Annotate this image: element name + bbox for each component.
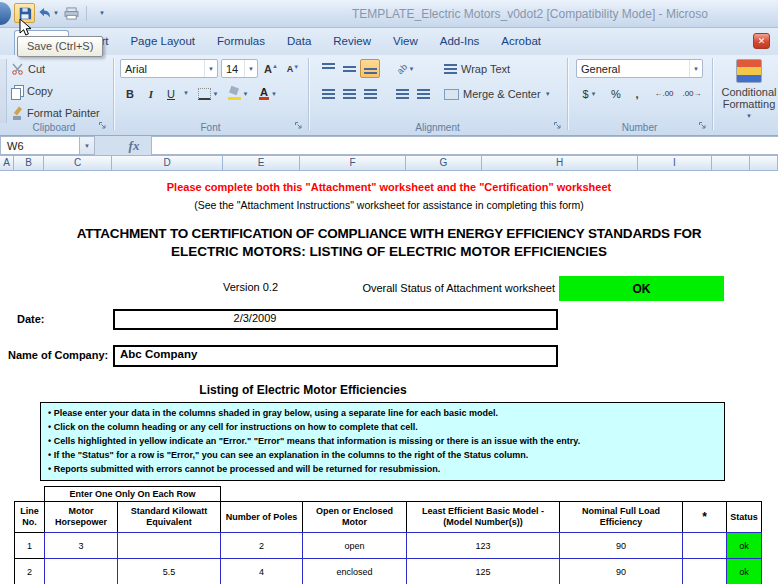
currency-format-button[interactable]: $▼ xyxy=(576,84,603,103)
company-field[interactable]: Abc Company xyxy=(113,345,558,367)
font-name-combo[interactable]: Arial ▼ xyxy=(120,59,218,78)
column-header-i[interactable]: I xyxy=(638,156,712,171)
column-header-c[interactable]: C xyxy=(44,156,112,171)
tab-acrobat[interactable]: Acrobat xyxy=(490,30,552,55)
column-header-g[interactable]: G xyxy=(406,156,482,171)
number-dialog-launcher[interactable] xyxy=(696,119,709,132)
italic-button[interactable]: I xyxy=(141,84,161,103)
header-nominal-efficiency[interactable]: Nominal Full Load Efficiency xyxy=(559,501,683,533)
column-header-f[interactable]: F xyxy=(300,156,406,171)
cell-kilowatt[interactable]: 5.5 xyxy=(117,558,221,584)
borders-button[interactable]: ▼ xyxy=(194,84,222,103)
name-box-dropdown[interactable]: ▼ xyxy=(80,136,95,155)
office-button[interactable] xyxy=(0,2,11,25)
cell-open-enclosed[interactable]: open xyxy=(302,532,407,559)
fill-color-button[interactable]: ▼ xyxy=(224,84,252,103)
cell-poles[interactable]: 4 xyxy=(220,558,303,584)
header-line-no[interactable]: Line No. xyxy=(14,501,45,533)
conditional-formatting-button[interactable]: Conditional Formatting ▼ xyxy=(716,59,778,119)
cell-model[interactable]: 123 xyxy=(406,532,560,559)
column-header-j[interactable] xyxy=(712,156,750,171)
align-right-button[interactable] xyxy=(360,84,380,103)
shrink-font-button[interactable]: A▼ xyxy=(283,59,303,78)
column-header-d[interactable]: D xyxy=(112,156,223,171)
column-header-a[interactable]: A xyxy=(0,156,14,171)
tab-formulas[interactable]: Formulas xyxy=(206,30,276,55)
undo-dropdown-icon[interactable]: ▼ xyxy=(53,10,59,16)
cell-star[interactable] xyxy=(682,558,727,584)
decrease-indent-button[interactable] xyxy=(392,84,412,103)
underline-dropdown-icon[interactable]: ▼ xyxy=(183,90,189,96)
column-header-k[interactable] xyxy=(750,156,778,171)
cell-model[interactable]: 125 xyxy=(406,558,560,584)
format-painter-button[interactable]: Format Painter xyxy=(11,103,100,123)
align-center-button[interactable] xyxy=(339,84,359,103)
tab-page-layout[interactable]: Page Layout xyxy=(119,30,206,55)
tab-review[interactable]: Review xyxy=(322,30,382,55)
wrap-text-button[interactable]: Wrap Text xyxy=(444,59,510,79)
cut-button[interactable]: Cut xyxy=(11,59,45,79)
cell-poles[interactable]: 2 xyxy=(220,532,303,559)
header-star[interactable]: * xyxy=(682,501,727,533)
mouse-cursor xyxy=(19,18,32,37)
clipboard-dialog-launcher[interactable] xyxy=(96,119,109,132)
number-format-combo[interactable]: General ▼ xyxy=(576,59,703,78)
align-left-button[interactable] xyxy=(318,84,338,103)
chevron-down-icon[interactable]: ▼ xyxy=(204,60,217,77)
font-color-button[interactable]: A▼ xyxy=(254,84,282,103)
chevron-down-icon[interactable]: ▼ xyxy=(244,60,257,77)
header-open-enclosed[interactable]: Open or Enclosed Motor xyxy=(302,501,407,533)
chevron-down-icon[interactable]: ▼ xyxy=(689,60,702,77)
column-header-e[interactable]: E xyxy=(223,156,300,171)
tab-view[interactable]: View xyxy=(382,30,429,55)
header-status[interactable]: Status xyxy=(726,501,762,533)
qat-customize-button[interactable]: ▼ xyxy=(91,3,112,23)
print-button[interactable] xyxy=(61,3,82,23)
cell-efficiency[interactable]: 90 xyxy=(559,532,683,559)
cell-star[interactable] xyxy=(682,532,727,559)
bold-button[interactable]: B xyxy=(120,84,140,103)
align-bottom-button[interactable] xyxy=(360,59,380,78)
header-number-of-poles[interactable]: Number of Poles xyxy=(220,501,303,533)
font-size-combo[interactable]: 14 ▼ xyxy=(221,59,258,78)
cell-horsepower[interactable] xyxy=(44,558,118,584)
name-box[interactable]: W6 xyxy=(0,136,80,155)
underline-button[interactable]: U xyxy=(161,84,181,103)
increase-decimal-button[interactable]: ←.00 xyxy=(651,84,677,103)
comma-format-button[interactable]: , xyxy=(627,84,647,103)
undo-icon xyxy=(37,7,52,19)
align-top-button[interactable] xyxy=(318,59,338,78)
cell-efficiency[interactable]: 90 xyxy=(559,558,683,584)
date-field[interactable]: 2/3/2009 xyxy=(113,309,558,330)
alignment-dialog-launcher[interactable] xyxy=(551,119,564,132)
title-bar: ▼ ▼ TEMPLATE_Electric Motors_v0dot2 [Com… xyxy=(0,0,778,28)
orientation-button[interactable]: ab▼ xyxy=(392,59,419,78)
cell-open-enclosed[interactable]: enclosed xyxy=(302,558,407,584)
column-header-b[interactable]: B xyxy=(14,156,44,171)
grow-font-button[interactable]: A▲ xyxy=(261,59,281,78)
cell-kilowatt[interactable] xyxy=(117,532,221,559)
merge-center-button[interactable]: Merge & Center ▼ xyxy=(444,84,551,104)
tab-add-ins[interactable]: Add-Ins xyxy=(429,30,491,55)
tab-data[interactable]: Data xyxy=(276,30,322,55)
workbook-close-button[interactable]: ✕ xyxy=(753,33,770,49)
header-motor-horsepower[interactable]: Motor Horsepower xyxy=(44,501,118,533)
header-standard-kilowatt[interactable]: Standard Kilowatt Equivalent xyxy=(117,501,221,533)
increase-indent-button[interactable] xyxy=(413,84,433,103)
copy-button[interactable]: Copy xyxy=(11,81,53,101)
percent-format-button[interactable]: % xyxy=(606,84,626,103)
paste-button-partial[interactable] xyxy=(0,59,7,123)
cell-horsepower[interactable]: 3 xyxy=(44,532,118,559)
undo-button[interactable]: ▼ xyxy=(36,3,60,23)
align-middle-button[interactable] xyxy=(339,59,359,78)
insert-function-button[interactable]: fx xyxy=(117,136,151,155)
formula-input[interactable] xyxy=(151,136,778,155)
decrease-decimal-button[interactable]: .00→ xyxy=(679,84,705,103)
span-header-cell[interactable]: Enter One Only On Each Row xyxy=(44,486,221,502)
cell-line-no[interactable]: 2 xyxy=(14,558,45,584)
header-least-efficient-model[interactable]: Least Efficient Basic Model - (Model Num… xyxy=(406,501,560,533)
cell-line-no[interactable]: 1 xyxy=(14,532,45,559)
font-dialog-launcher[interactable] xyxy=(292,119,305,132)
column-header-h[interactable]: H xyxy=(482,156,638,171)
date-label: Date: xyxy=(17,313,45,325)
